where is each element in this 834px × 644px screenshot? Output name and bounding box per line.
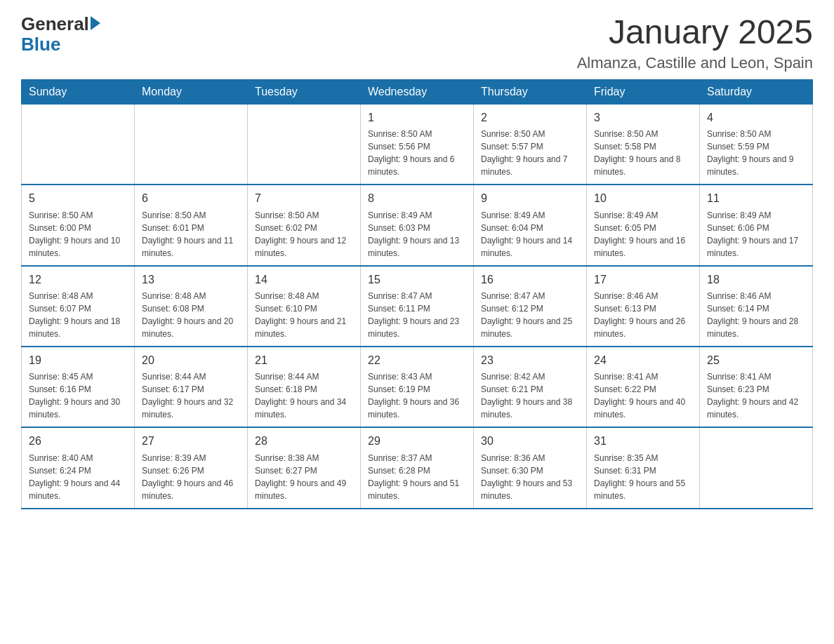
day-info: Sunrise: 8:45 AM Sunset: 6:16 PM Dayligh… xyxy=(29,370,127,421)
calendar-week-row: 1Sunrise: 8:50 AM Sunset: 5:56 PM Daylig… xyxy=(22,104,813,185)
calendar-day-cell-9: 9Sunrise: 8:49 AM Sunset: 6:04 PM Daylig… xyxy=(474,185,587,265)
day-number: 19 xyxy=(29,353,127,368)
day-info: Sunrise: 8:46 AM Sunset: 6:13 PM Dayligh… xyxy=(594,290,692,340)
day-info: Sunrise: 8:41 AM Sunset: 6:22 PM Dayligh… xyxy=(594,370,692,421)
day-info: Sunrise: 8:48 AM Sunset: 6:10 PM Dayligh… xyxy=(255,290,353,340)
day-info: Sunrise: 8:46 AM Sunset: 6:14 PM Dayligh… xyxy=(707,290,805,340)
logo-general-text: General xyxy=(21,14,89,34)
weekday-header-row: SundayMondayTuesdayWednesdayThursdayFrid… xyxy=(22,79,813,104)
day-number: 5 xyxy=(29,191,127,206)
day-number: 10 xyxy=(594,191,692,206)
header: General Blue January 2025 Almanza, Casti… xyxy=(21,14,813,72)
calendar-day-cell-25: 25Sunrise: 8:41 AM Sunset: 6:23 PM Dayli… xyxy=(700,347,813,427)
calendar-day-cell-2: 2Sunrise: 8:50 AM Sunset: 5:57 PM Daylig… xyxy=(474,104,587,185)
weekday-header-saturday: Saturday xyxy=(700,79,813,104)
calendar-day-cell-15: 15Sunrise: 8:47 AM Sunset: 6:11 PM Dayli… xyxy=(361,266,474,347)
calendar-day-cell-19: 19Sunrise: 8:45 AM Sunset: 6:16 PM Dayli… xyxy=(22,347,135,427)
weekday-header-friday: Friday xyxy=(587,79,700,104)
calendar-week-row: 12Sunrise: 8:48 AM Sunset: 6:07 PM Dayli… xyxy=(22,266,813,347)
day-info: Sunrise: 8:50 AM Sunset: 6:00 PM Dayligh… xyxy=(29,209,127,260)
day-number: 23 xyxy=(481,353,579,368)
day-info: Sunrise: 8:50 AM Sunset: 6:01 PM Dayligh… xyxy=(142,209,240,260)
day-number: 30 xyxy=(481,434,579,449)
calendar-empty-cell xyxy=(248,104,361,185)
day-number: 6 xyxy=(142,191,240,206)
day-info: Sunrise: 8:36 AM Sunset: 6:30 PM Dayligh… xyxy=(481,452,579,502)
calendar-empty-cell xyxy=(700,427,813,508)
calendar-day-cell-22: 22Sunrise: 8:43 AM Sunset: 6:19 PM Dayli… xyxy=(361,347,474,427)
calendar-day-cell-4: 4Sunrise: 8:50 AM Sunset: 5:59 PM Daylig… xyxy=(700,104,813,185)
weekday-header-tuesday: Tuesday xyxy=(248,79,361,104)
day-info: Sunrise: 8:50 AM Sunset: 6:02 PM Dayligh… xyxy=(255,209,353,260)
day-number: 20 xyxy=(142,353,240,368)
calendar-day-cell-26: 26Sunrise: 8:40 AM Sunset: 6:24 PM Dayli… xyxy=(22,427,135,508)
day-number: 1 xyxy=(368,110,466,126)
calendar-day-cell-12: 12Sunrise: 8:48 AM Sunset: 6:07 PM Dayli… xyxy=(22,266,135,347)
day-number: 14 xyxy=(255,272,353,288)
calendar-week-row: 19Sunrise: 8:45 AM Sunset: 6:16 PM Dayli… xyxy=(22,347,813,427)
day-number: 12 xyxy=(29,272,127,288)
day-info: Sunrise: 8:50 AM Sunset: 5:57 PM Dayligh… xyxy=(481,128,579,178)
day-info: Sunrise: 8:49 AM Sunset: 6:05 PM Dayligh… xyxy=(594,209,692,260)
calendar-day-cell-7: 7Sunrise: 8:50 AM Sunset: 6:02 PM Daylig… xyxy=(248,185,361,265)
calendar-empty-cell xyxy=(135,104,248,185)
calendar-day-cell-18: 18Sunrise: 8:46 AM Sunset: 6:14 PM Dayli… xyxy=(700,266,813,347)
calendar-subtitle: Almanza, Castille and Leon, Spain xyxy=(577,54,813,72)
weekday-header-monday: Monday xyxy=(135,79,248,104)
day-number: 31 xyxy=(594,434,692,449)
calendar-day-cell-10: 10Sunrise: 8:49 AM Sunset: 6:05 PM Dayli… xyxy=(587,185,700,265)
calendar-day-cell-24: 24Sunrise: 8:41 AM Sunset: 6:22 PM Dayli… xyxy=(587,347,700,427)
calendar-empty-cell xyxy=(22,104,135,185)
logo: General Blue xyxy=(21,14,100,54)
day-info: Sunrise: 8:49 AM Sunset: 6:04 PM Dayligh… xyxy=(481,209,579,260)
weekday-header-wednesday: Wednesday xyxy=(361,79,474,104)
day-number: 25 xyxy=(707,353,805,368)
day-info: Sunrise: 8:37 AM Sunset: 6:28 PM Dayligh… xyxy=(368,452,466,502)
day-number: 24 xyxy=(594,353,692,368)
calendar-day-cell-27: 27Sunrise: 8:39 AM Sunset: 6:26 PM Dayli… xyxy=(135,427,248,508)
title-area: January 2025 Almanza, Castille and Leon,… xyxy=(577,14,813,72)
day-number: 11 xyxy=(707,191,805,206)
logo-arrow-icon xyxy=(91,16,100,30)
day-number: 15 xyxy=(368,272,466,288)
calendar-day-cell-8: 8Sunrise: 8:49 AM Sunset: 6:03 PM Daylig… xyxy=(361,185,474,265)
day-info: Sunrise: 8:44 AM Sunset: 6:18 PM Dayligh… xyxy=(255,370,353,421)
calendar-day-cell-17: 17Sunrise: 8:46 AM Sunset: 6:13 PM Dayli… xyxy=(587,266,700,347)
calendar-day-cell-23: 23Sunrise: 8:42 AM Sunset: 6:21 PM Dayli… xyxy=(474,347,587,427)
day-number: 3 xyxy=(594,110,692,126)
day-info: Sunrise: 8:49 AM Sunset: 6:03 PM Dayligh… xyxy=(368,209,466,260)
day-info: Sunrise: 8:43 AM Sunset: 6:19 PM Dayligh… xyxy=(368,370,466,421)
day-info: Sunrise: 8:42 AM Sunset: 6:21 PM Dayligh… xyxy=(481,370,579,421)
day-number: 2 xyxy=(481,110,579,126)
day-info: Sunrise: 8:41 AM Sunset: 6:23 PM Dayligh… xyxy=(707,370,805,421)
logo-blue-text: Blue xyxy=(21,34,100,55)
day-number: 9 xyxy=(481,191,579,206)
calendar-day-cell-31: 31Sunrise: 8:35 AM Sunset: 6:31 PM Dayli… xyxy=(587,427,700,508)
weekday-header-sunday: Sunday xyxy=(22,79,135,104)
calendar-day-cell-11: 11Sunrise: 8:49 AM Sunset: 6:06 PM Dayli… xyxy=(700,185,813,265)
calendar-week-row: 5Sunrise: 8:50 AM Sunset: 6:00 PM Daylig… xyxy=(22,185,813,265)
day-info: Sunrise: 8:47 AM Sunset: 6:12 PM Dayligh… xyxy=(481,290,579,340)
day-info: Sunrise: 8:50 AM Sunset: 5:59 PM Dayligh… xyxy=(707,128,805,178)
day-number: 22 xyxy=(368,353,466,368)
calendar-day-cell-28: 28Sunrise: 8:38 AM Sunset: 6:27 PM Dayli… xyxy=(248,427,361,508)
day-info: Sunrise: 8:48 AM Sunset: 6:08 PM Dayligh… xyxy=(142,290,240,340)
day-number: 8 xyxy=(368,191,466,206)
calendar-day-cell-3: 3Sunrise: 8:50 AM Sunset: 5:58 PM Daylig… xyxy=(587,104,700,185)
day-number: 29 xyxy=(368,434,466,449)
day-number: 7 xyxy=(255,191,353,206)
day-info: Sunrise: 8:39 AM Sunset: 6:26 PM Dayligh… xyxy=(142,452,240,502)
day-info: Sunrise: 8:49 AM Sunset: 6:06 PM Dayligh… xyxy=(707,209,805,260)
calendar-title: January 2025 xyxy=(577,14,813,51)
calendar-day-cell-1: 1Sunrise: 8:50 AM Sunset: 5:56 PM Daylig… xyxy=(361,104,474,185)
day-number: 28 xyxy=(255,434,353,449)
day-info: Sunrise: 8:38 AM Sunset: 6:27 PM Dayligh… xyxy=(255,452,353,502)
day-info: Sunrise: 8:40 AM Sunset: 6:24 PM Dayligh… xyxy=(29,452,127,502)
calendar-week-row: 26Sunrise: 8:40 AM Sunset: 6:24 PM Dayli… xyxy=(22,427,813,508)
calendar-day-cell-6: 6Sunrise: 8:50 AM Sunset: 6:01 PM Daylig… xyxy=(135,185,248,265)
calendar-table: SundayMondayTuesdayWednesdayThursdayFrid… xyxy=(21,79,813,509)
day-number: 27 xyxy=(142,434,240,449)
day-number: 26 xyxy=(29,434,127,449)
calendar-day-cell-13: 13Sunrise: 8:48 AM Sunset: 6:08 PM Dayli… xyxy=(135,266,248,347)
calendar-day-cell-21: 21Sunrise: 8:44 AM Sunset: 6:18 PM Dayli… xyxy=(248,347,361,427)
